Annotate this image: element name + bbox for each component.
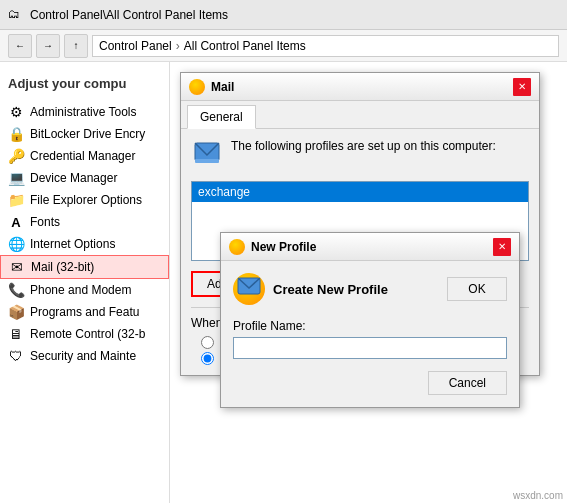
fonts-icon: A	[8, 214, 24, 230]
main-content: Adjust your compu ⚙ Administrative Tools…	[0, 62, 567, 503]
sidebar-item-label: Administrative Tools	[30, 105, 137, 119]
mail-dialog-close-button[interactable]: ✕	[513, 78, 531, 96]
mail-icon: ✉	[9, 259, 25, 275]
sidebar-item-mail[interactable]: ✉ Mail (32-bit)	[0, 255, 169, 279]
sidebar-item-label: Remote Control (32-b	[30, 327, 145, 341]
new-profile-title-bar: New Profile ✕	[221, 233, 519, 261]
new-profile-close-button[interactable]: ✕	[493, 238, 511, 256]
back-button[interactable]: ←	[8, 34, 32, 58]
path-separator-1: ›	[176, 39, 180, 53]
mail-dialog-title: Mail	[211, 80, 234, 94]
sidebar-header: Adjust your compu	[0, 70, 169, 101]
security-icon: 🛡	[8, 348, 24, 364]
address-path: Control Panel › All Control Panel Items	[92, 35, 559, 57]
sidebar-item-fonts[interactable]: A Fonts	[0, 211, 169, 233]
sidebar-item-label: Device Manager	[30, 171, 117, 185]
info-icon	[191, 139, 223, 171]
remote-icon: 🖥	[8, 326, 24, 342]
info-row: The following profiles are set up on thi…	[191, 139, 529, 171]
sidebar-item-label: File Explorer Options	[30, 193, 142, 207]
file-explorer-icon: 📁	[8, 192, 24, 208]
phone-icon: 📞	[8, 282, 24, 298]
programs-icon: 📦	[8, 304, 24, 320]
mail-dialog-icon	[189, 79, 205, 95]
new-profile-body: Create New Profile OK Profile Name: Canc…	[221, 261, 519, 407]
sidebar-item-security[interactable]: 🛡 Security and Mainte	[0, 345, 169, 367]
sidebar-item-remote-control[interactable]: 🖥 Remote Control (32-b	[0, 323, 169, 345]
ok-button[interactable]: OK	[447, 277, 507, 301]
sidebar-item-label: Security and Mainte	[30, 349, 136, 363]
sidebar-item-phone[interactable]: 📞 Phone and Modem	[0, 279, 169, 301]
sidebar-item-label: Phone and Modem	[30, 283, 131, 297]
cancel-button[interactable]: Cancel	[428, 371, 507, 395]
mail-dialog-title-bar: Mail ✕	[181, 73, 539, 101]
tab-bar: General	[181, 101, 539, 129]
sidebar-item-label: BitLocker Drive Encry	[30, 127, 145, 141]
svg-rect-1	[195, 159, 219, 163]
radio-input-1[interactable]	[201, 336, 214, 349]
forward-button[interactable]: →	[36, 34, 60, 58]
new-profile-icon	[229, 239, 245, 255]
sidebar-item-label: Internet Options	[30, 237, 115, 251]
profile-name-field-container: Profile Name:	[233, 319, 507, 359]
address-bar: ← → ↑ Control Panel › All Control Panel …	[0, 30, 567, 62]
sidebar-item-programs[interactable]: 📦 Programs and Featu	[0, 301, 169, 323]
bitlocker-icon: 🔒	[8, 126, 24, 142]
path-part-1[interactable]: Control Panel	[99, 39, 172, 53]
info-text: The following profiles are set up on thi…	[231, 139, 529, 153]
title-bar: 🗂 Control Panel\All Control Panel Items	[0, 0, 567, 30]
new-profile-title: New Profile	[251, 240, 316, 254]
create-profile-icon	[233, 273, 265, 305]
sidebar-item-administrative-tools[interactable]: ⚙ Administrative Tools	[0, 101, 169, 123]
sidebar-item-bitlocker[interactable]: 🔒 BitLocker Drive Encry	[0, 123, 169, 145]
new-profile-action-buttons: Cancel	[233, 371, 507, 395]
internet-icon: 🌐	[8, 236, 24, 252]
sidebar-item-label: Programs and Featu	[30, 305, 139, 319]
path-part-2[interactable]: All Control Panel Items	[184, 39, 306, 53]
new-profile-title-left: New Profile	[229, 239, 316, 255]
sidebar-item-internet-options[interactable]: 🌐 Internet Options	[0, 233, 169, 255]
mail-dialog-title-left: Mail	[189, 79, 234, 95]
sidebar-item-credential-manager[interactable]: 🔑 Credential Manager	[0, 145, 169, 167]
sidebar-item-label: Credential Manager	[30, 149, 135, 163]
device-icon: 💻	[8, 170, 24, 186]
profile-item-exchange[interactable]: exchange	[192, 182, 528, 202]
credential-icon: 🔑	[8, 148, 24, 164]
new-profile-header-row: Create New Profile OK	[233, 273, 507, 305]
profile-name-label: Profile Name:	[233, 319, 507, 333]
content-area: Mail ✕ General The following prof	[170, 62, 567, 503]
administrative-tools-icon: ⚙	[8, 104, 24, 120]
sidebar-item-device-manager[interactable]: 💻 Device Manager	[0, 167, 169, 189]
profile-name-input[interactable]	[233, 337, 507, 359]
new-profile-dialog: New Profile ✕ Create New Profile OK	[220, 232, 520, 408]
sidebar-item-label: Mail (32-bit)	[31, 260, 94, 274]
up-button[interactable]: ↑	[64, 34, 88, 58]
watermark: wsxdn.com	[513, 490, 563, 501]
create-profile-label: Create New Profile	[273, 282, 388, 297]
tab-general[interactable]: General	[187, 105, 256, 129]
radio-input-2[interactable]	[201, 352, 214, 365]
sidebar-item-label: Fonts	[30, 215, 60, 229]
window-icon: 🗂	[8, 7, 24, 23]
sidebar: Adjust your compu ⚙ Administrative Tools…	[0, 62, 170, 503]
title-bar-text: Control Panel\All Control Panel Items	[30, 8, 228, 22]
sidebar-item-file-explorer[interactable]: 📁 File Explorer Options	[0, 189, 169, 211]
